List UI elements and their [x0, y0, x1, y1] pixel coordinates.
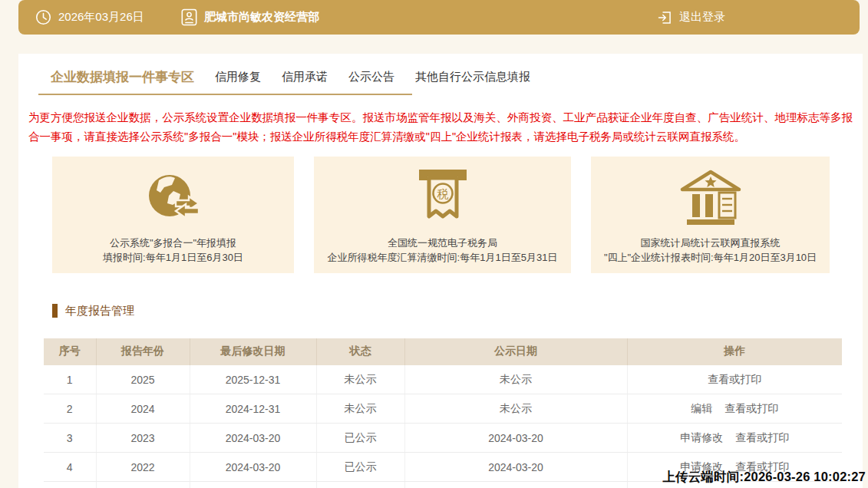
current-date: 2026年03月26日	[35, 0, 144, 35]
tab-enterprise-data-filing[interactable]: 企业数据填报一件事专区	[51, 68, 194, 95]
tab-other-self-disclosure[interactable]: 其他自行公示信息填报	[415, 70, 530, 95]
card-annual-report-filing[interactable]: 公示系统"多报合一"年报填报 填报时间:每年1月1日至6月30日	[52, 157, 294, 273]
logout-button[interactable]: 退出登录	[657, 0, 725, 35]
card-line1: 国家统计局统计云联网直报系统	[641, 236, 781, 250]
upload-time-watermark: 上传云端时间:2026-03-26 10:02:27	[662, 469, 866, 486]
company-name: 肥城市尚敏农资经营部	[181, 0, 319, 35]
col-header-publish-date: 公示日期	[404, 338, 627, 365]
cell-report-year: 2023	[96, 424, 190, 453]
request-modification-link[interactable]: 申请修改	[680, 431, 723, 443]
card-line1: 全国统一规范电子税务局	[388, 236, 497, 250]
cell-report-year: 2022	[96, 453, 190, 482]
svg-text:税: 税	[437, 187, 448, 200]
view-or-print-link[interactable]: 查看或打印	[708, 373, 761, 385]
col-header-operations: 操作	[627, 338, 842, 365]
cell-status: 已公示	[316, 453, 404, 482]
section-title: 年度报告管理	[65, 304, 134, 318]
col-header-last-modified: 最后修改日期	[190, 338, 316, 365]
annual-report-section-header: 年度报告管理	[52, 304, 863, 318]
cell-report-year: 2024	[96, 394, 190, 424]
globe-sync-icon	[140, 157, 206, 236]
card-electronic-tax-bureau[interactable]: 税 全国统一规范电子税务局 企业所得税年度汇算清缴时间:每年1月1日至5月31日	[314, 157, 571, 273]
clock-icon	[35, 9, 51, 25]
edit-link[interactable]: 编辑	[691, 402, 712, 414]
date-text: 2026年03月26日	[58, 10, 144, 25]
cell-index: 2	[44, 394, 96, 424]
cell-publish-date: 未公示	[404, 365, 627, 394]
cell-last-modified: 2024-03-20	[190, 453, 316, 482]
cell-index: 3	[44, 424, 96, 453]
bank-building-icon	[675, 157, 746, 236]
tab-credit-repair[interactable]: 信用修复	[215, 70, 261, 95]
card-line2: 填报时间:每年1月1日至6月30日	[103, 250, 243, 265]
section-accent-bar	[52, 304, 58, 318]
cell-operations: 查看或打印	[627, 365, 842, 394]
cell-last-modified: 2024-03-20	[190, 424, 316, 453]
cell-operations: 申请修改 查看或打印	[627, 424, 842, 453]
card-line1: 公示系统"多报合一"年报填报	[110, 236, 236, 250]
main-panel: 企业数据填报一件事专区 信用修复 信用承诺 公示公告 其他自行公示信息填报 为更…	[18, 54, 863, 488]
cell-index: 1	[44, 365, 96, 394]
card-line2: 企业所得税年度汇算清缴时间:每年1月1日至5月31日	[328, 250, 558, 265]
active-tab-underline	[38, 94, 412, 95]
cell-operations: 编辑 查看或打印	[627, 394, 842, 424]
company-text: 肥城市尚敏农资经营部	[204, 10, 319, 25]
table-header-row: 序号 报告年份 最后修改日期 状态 公示日期 操作	[44, 338, 842, 365]
tax-ribbon-icon: 税	[415, 157, 470, 236]
cell-status: 未公示	[316, 365, 404, 394]
cell-last-modified: 2025-12-31	[190, 365, 316, 394]
cell-publish-date: 2024-03-20	[404, 453, 627, 482]
col-header-status: 状态	[316, 338, 404, 365]
card-line2: "四上"企业统计报表时间:每年1月20日至3月10日	[604, 250, 817, 265]
cell-status: 已公示	[316, 424, 404, 453]
table-row: 1 2025 2025-12-31 未公示 未公示 查看或打印	[44, 365, 842, 394]
tab-bar: 企业数据填报一件事专区 信用修复 信用承诺 公示公告 其他自行公示信息填报	[18, 54, 863, 95]
col-header-index: 序号	[44, 338, 96, 365]
top-bar: 2026年03月26日 肥城市尚敏农资经营部 退出登录	[18, 0, 860, 35]
cell-index: 4	[44, 453, 96, 482]
cell-last-modified: 2024-12-31	[190, 394, 316, 424]
annual-report-table: 序号 报告年份 最后修改日期 状态 公示日期 操作 1 2025 2025-12…	[44, 338, 842, 488]
system-cards: 公示系统"多报合一"年报填报 填报时间:每年1月1日至6月30日 税 全国统一规…	[18, 147, 863, 273]
notice-text: 为更方便您报送企业数据，公示系统设置企业数据填报一件事专区。报送市场监管年报以及…	[28, 108, 853, 147]
id-badge-icon	[181, 8, 197, 26]
tab-credit-commitment[interactable]: 信用承诺	[282, 70, 328, 95]
tab-public-announcement[interactable]: 公示公告	[348, 70, 394, 95]
logout-icon	[657, 10, 672, 25]
col-header-report-year: 报告年份	[96, 338, 190, 365]
cell-status: 未公示	[316, 394, 404, 424]
view-or-print-link[interactable]: 查看或打印	[724, 402, 778, 414]
cell-publish-date: 未公示	[404, 394, 627, 424]
cell-report-year: 2025	[96, 365, 190, 394]
card-statistics-reporting-system[interactable]: 国家统计局统计云联网直报系统 "四上"企业统计报表时间:每年1月20日至3月10…	[591, 157, 830, 273]
view-or-print-link[interactable]: 查看或打印	[735, 431, 789, 443]
table-row: 3 2023 2024-03-20 已公示 2024-03-20 申请修改 查看…	[44, 424, 842, 453]
logout-text: 退出登录	[679, 10, 725, 25]
table-row: 2 2024 2024-12-31 未公示 未公示 编辑 查看或打印	[44, 394, 842, 424]
cell-publish-date: 2024-03-20	[404, 424, 627, 453]
